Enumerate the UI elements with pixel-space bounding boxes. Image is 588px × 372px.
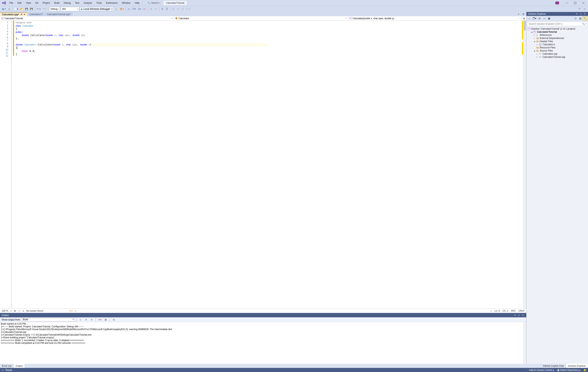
- tab-copilot[interactable]: GitHub Copilot Chat: [541, 364, 566, 368]
- live-share-button[interactable]: ⇱: [578, 7, 582, 11]
- nav-fwd-button[interactable]: ◉: [7, 7, 11, 11]
- tab-calculator-h[interactable]: Calculator.h*: [27, 12, 45, 16]
- output-time-button[interactable]: ◷: [112, 318, 116, 322]
- health-icon[interactable]: ⬡: [18, 310, 20, 312]
- titlebar-search[interactable]: 🔍 Search ▾: [146, 1, 162, 5]
- panel-dropdown-icon[interactable]: ▾: [575, 12, 578, 16]
- start-without-debug-button[interactable]: ▷: [114, 7, 119, 11]
- pending-changes-button[interactable]: ⇄: [537, 16, 542, 20]
- panel-dropdown-icon[interactable]: ▾: [513, 313, 517, 317]
- code-editor[interactable]: 123456789101112 #pragma once class Calcu…: [0, 20, 526, 309]
- panel-pin-icon[interactable]: ▯: [579, 12, 583, 16]
- minimize-button[interactable]: [563, 0, 571, 6]
- undo-button[interactable]: ↶ ▾: [36, 7, 41, 11]
- collapse-icon[interactable]: ◢: [530, 31, 533, 33]
- bookmark-clear-button[interactable]: ◻ ▾: [185, 7, 190, 11]
- solution-node[interactable]: Solution 'CalculatorTutorial' (1 of 1 pr…: [527, 27, 587, 30]
- collapse-icon[interactable]: ◢: [533, 40, 536, 42]
- code-content[interactable]: #pragma once class Calculator { public: …: [12, 20, 523, 309]
- close-button[interactable]: [579, 0, 587, 6]
- menu-extensions[interactable]: Extensions: [104, 1, 120, 5]
- tab-overflow-button[interactable]: ▾: [516, 12, 521, 16]
- menu-build[interactable]: Build: [52, 1, 62, 5]
- menu-git[interactable]: Git: [33, 1, 40, 5]
- nav-left-icon[interactable]: ◂: [75, 310, 76, 312]
- editor-scrollbar[interactable]: [523, 20, 526, 309]
- menu-analyze[interactable]: Analyze: [82, 1, 94, 5]
- collapse-icon[interactable]: ◢: [533, 50, 536, 52]
- view-button[interactable]: 🗔▾: [132, 7, 137, 11]
- home-button[interactable]: ⌂: [527, 16, 532, 20]
- comment-button[interactable]: ≡: [149, 7, 153, 11]
- panel-close-icon[interactable]: ✕: [583, 12, 587, 16]
- panel-close-icon[interactable]: ✕: [521, 313, 525, 317]
- solution-explorer-header[interactable]: Solution Explorer ▾ ▯ ✕: [526, 12, 588, 16]
- error-icon[interactable]: ⊗: [14, 310, 16, 312]
- properties-button[interactable]: ⟨⟩: [573, 16, 578, 20]
- nav-back-button[interactable]: ◉ ▾: [1, 7, 6, 11]
- references-node[interactable]: ▷▫▫References: [527, 33, 587, 37]
- calculator-h-node[interactable]: ▷hCalculator.h: [527, 43, 587, 46]
- menu-view[interactable]: View: [24, 1, 33, 5]
- output-clear-button[interactable]: ⊘: [78, 318, 83, 322]
- tab-output[interactable]: Output: [14, 364, 25, 368]
- wrench-button[interactable]: 🔧: [583, 16, 587, 20]
- nav-right-icon[interactable]: ▸: [491, 310, 492, 312]
- add-source-control[interactable]: ↑ Add to Source Control ▴: [527, 369, 554, 372]
- bookmark-next-button[interactable]: ◻: [181, 7, 185, 11]
- output-clear-all-button[interactable]: ✕≡: [97, 318, 102, 322]
- show-all-button[interactable]: ▣: [547, 16, 551, 20]
- feedback-button[interactable]: ☺: [583, 7, 587, 11]
- tab-error-list[interactable]: Error List: [0, 364, 14, 368]
- issues-label[interactable]: No issues found: [26, 310, 43, 312]
- save-button[interactable]: 💾: [24, 7, 29, 11]
- output-scrollbar[interactable]: [523, 322, 526, 364]
- uncomment-button[interactable]: ≡: [154, 7, 158, 11]
- bookmark-prev-button[interactable]: ◻: [176, 7, 180, 11]
- config-dropdown[interactable]: Debug: [49, 7, 60, 11]
- output-text[interactable]: Build started at 4:20 PM... 1>------ Bui…: [0, 322, 526, 364]
- expand-icon[interactable]: ▷: [536, 43, 538, 45]
- header-files-node[interactable]: ◢Header Files: [527, 40, 587, 43]
- resource-files-node[interactable]: Resource Files: [527, 46, 587, 49]
- output-panel-header[interactable]: Output ▾ ▯ ✕: [0, 313, 526, 317]
- tab-solution-explorer[interactable]: Solution Explorer: [566, 364, 588, 368]
- bookmark-button[interactable]: ◻: [171, 7, 176, 11]
- menu-debug[interactable]: Debug: [62, 1, 73, 5]
- expand-icon[interactable]: ▷: [533, 34, 536, 36]
- fold-icon[interactable]: ⌄: [16, 42, 18, 44]
- switch-views-button[interactable]: 🗔▾: [532, 16, 537, 20]
- menu-project[interactable]: Project: [41, 1, 52, 5]
- menu-test[interactable]: Test: [73, 1, 81, 5]
- pin-icon[interactable]: 📌: [20, 13, 22, 15]
- solution-search-input[interactable]: [529, 22, 582, 25]
- tab-calculator-cpp[interactable]: Calculator.cpp* 📌 ✕: [0, 12, 27, 16]
- menu-window[interactable]: Window: [120, 1, 132, 5]
- output-wrap-button[interactable]: ≡: [84, 318, 88, 322]
- account-badge[interactable]: TW: [556, 1, 559, 4]
- outdent-button[interactable]: ☰: [165, 7, 169, 11]
- tutorial-cpp-node[interactable]: ▷++CalculatorTutorial.cpp: [527, 55, 587, 59]
- expand-icon[interactable]: ▷: [533, 37, 536, 39]
- solution-search[interactable]: 🔍▾: [527, 22, 587, 26]
- abc-button[interactable]: abc: [142, 7, 147, 11]
- start-debugging-button[interactable]: ▶ Local Windows Debugger ▾: [80, 7, 114, 11]
- output-source-dropdown[interactable]: Build: [22, 318, 75, 322]
- menu-edit[interactable]: Edit: [15, 1, 23, 5]
- save-all-button[interactable]: 💾: [29, 7, 34, 11]
- eol-indicator[interactable]: CRLF: [519, 310, 525, 312]
- menu-file[interactable]: File: [8, 1, 15, 5]
- wrap-button[interactable]: ☱▾: [137, 7, 142, 11]
- external-deps-node[interactable]: ▷External Dependencies: [527, 37, 587, 40]
- split-button[interactable]: ⊞: [522, 16, 526, 20]
- output-icon[interactable]: ▭: [1, 369, 4, 372]
- scope-dropdown[interactable]: CalculatorTutorial: [0, 16, 174, 20]
- sync-button[interactable]: ▭: [542, 16, 546, 20]
- source-files-node[interactable]: ◢Source Files: [527, 49, 587, 52]
- preview-button[interactable]: ▤: [578, 16, 582, 20]
- project-node[interactable]: ◢ CalculatorTutorial: [527, 30, 587, 33]
- expand-icon[interactable]: ▷: [536, 56, 538, 58]
- maximize-button[interactable]: [571, 0, 579, 6]
- open-file-button[interactable]: 📂: [19, 7, 24, 11]
- fold-icon[interactable]: ⌄: [16, 24, 18, 26]
